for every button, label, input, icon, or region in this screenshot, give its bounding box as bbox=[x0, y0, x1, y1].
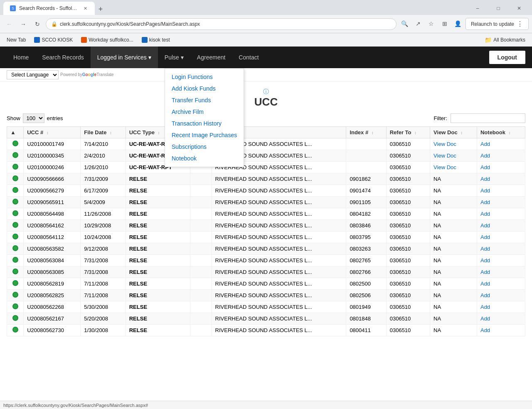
nav-logged-in-services[interactable]: Logged in Services ▾ bbox=[91, 47, 158, 68]
add-link[interactable]: Add bbox=[480, 269, 490, 275]
back-button[interactable]: ← bbox=[3, 18, 15, 30]
tab-close-button[interactable]: ✕ bbox=[83, 5, 88, 12]
view-doc-cell: NA bbox=[430, 301, 477, 313]
add-link[interactable]: Add bbox=[480, 246, 490, 252]
add-link[interactable]: Add bbox=[480, 327, 490, 333]
address-bar[interactable]: 🔒 clerk.suffolkcountyny.gov/Kiosk/Search… bbox=[46, 18, 397, 30]
nav-home[interactable]: Home bbox=[7, 47, 35, 68]
dropdown-transfer-funds[interactable]: Transfer Funds bbox=[165, 94, 244, 106]
dropdown-login-functions[interactable]: Login Functions bbox=[165, 71, 244, 83]
add-link[interactable]: Add bbox=[480, 141, 490, 147]
refer-to: 0306510 bbox=[386, 138, 430, 150]
ucc-type: RELSE bbox=[126, 243, 190, 255]
maximize-button[interactable]: □ bbox=[489, 2, 508, 15]
bookmark-icon[interactable]: ☆ bbox=[426, 18, 437, 30]
relaunch-button[interactable]: Relaunch to update ⋮ bbox=[466, 18, 529, 30]
col-header-index[interactable]: Index # ↕ bbox=[346, 127, 386, 138]
tab-overview-icon[interactable]: ⊞ bbox=[439, 18, 451, 30]
nav-pulse[interactable]: Pulse ▾ bbox=[158, 47, 190, 68]
nav-search-records[interactable]: Search Records bbox=[35, 47, 90, 68]
nav-contact[interactable]: Contact bbox=[232, 47, 265, 68]
col-header-refer[interactable]: Refer To ↕ bbox=[386, 127, 430, 138]
add-link[interactable]: Add bbox=[480, 211, 490, 217]
name-field: RIVERHEAD SOUND ASSOCIATES L... bbox=[212, 232, 346, 243]
share-icon[interactable]: ↗ bbox=[412, 18, 424, 30]
table-wrapper[interactable]: ▲ UCC # ↕ File Date ↕ UCC Type ↕ O ↕ Nam… bbox=[7, 126, 525, 336]
notebook-cell[interactable]: Add bbox=[477, 185, 525, 197]
add-link[interactable]: Add bbox=[480, 281, 490, 287]
notebook-cell[interactable]: Add bbox=[477, 278, 525, 290]
bookmark-workday[interactable]: Workday suffolkco... bbox=[78, 36, 137, 44]
language-select[interactable]: Select Language bbox=[7, 70, 59, 79]
profile-icon[interactable]: 👤 bbox=[452, 18, 464, 30]
view-doc-link[interactable]: View Doc bbox=[433, 164, 456, 170]
notebook-cell[interactable]: Add bbox=[477, 150, 525, 162]
ucc-type: RELSE bbox=[126, 301, 190, 313]
dropdown-subscriptions[interactable]: Subscriptions bbox=[165, 141, 244, 153]
entries-select[interactable]: 100 25 50 bbox=[23, 113, 44, 123]
view-doc-cell[interactable]: View Doc bbox=[430, 150, 477, 162]
nav-agreement[interactable]: Agreement bbox=[190, 47, 232, 68]
col-header-view-doc[interactable]: View Doc ↕ bbox=[430, 127, 477, 138]
add-link[interactable]: Add bbox=[480, 153, 490, 159]
add-link[interactable]: Add bbox=[480, 187, 490, 194]
filter-input[interactable] bbox=[451, 113, 525, 123]
dropdown-notebook[interactable]: Notebook bbox=[165, 153, 244, 164]
file-date: 7/14/2010 bbox=[81, 138, 126, 150]
notebook-cell[interactable]: Add bbox=[477, 325, 525, 336]
col-header-ucc[interactable]: UCC # ↕ bbox=[24, 127, 81, 138]
status-cell bbox=[7, 313, 24, 325]
dropdown-add-kiosk-funds[interactable]: Add Kiosk Funds bbox=[165, 83, 244, 94]
dropdown-transaction-history[interactable]: Transaction History bbox=[165, 118, 244, 129]
notebook-cell[interactable]: Add bbox=[477, 173, 525, 185]
notebook-cell[interactable]: Add bbox=[477, 290, 525, 301]
o-field bbox=[190, 208, 212, 220]
dropdown-recent-image-purchases[interactable]: Recent Image Purchases bbox=[165, 129, 244, 141]
add-link[interactable]: Add bbox=[480, 292, 490, 298]
bookmark-new-tab[interactable]: New Tab bbox=[3, 36, 29, 44]
logout-button[interactable]: Logout bbox=[489, 51, 525, 64]
col-header-sort[interactable]: ▲ bbox=[7, 127, 24, 138]
ucc-number: U20080563085 bbox=[24, 266, 81, 278]
notebook-cell[interactable]: Add bbox=[477, 266, 525, 278]
col-header-file-date[interactable]: File Date ↕ bbox=[81, 127, 126, 138]
status-dot bbox=[12, 303, 18, 309]
view-doc-link[interactable]: View Doc bbox=[433, 153, 456, 159]
add-link[interactable]: Add bbox=[480, 315, 490, 322]
notebook-cell[interactable]: Add bbox=[477, 208, 525, 220]
col-header-notebook[interactable]: Notebook ↕ bbox=[477, 127, 525, 138]
reload-button[interactable]: ↻ bbox=[32, 18, 43, 30]
forward-button[interactable]: → bbox=[17, 18, 29, 30]
add-link[interactable]: Add bbox=[480, 199, 490, 205]
add-link[interactable]: Add bbox=[480, 164, 490, 170]
dropdown-archive-film[interactable]: Archive Film bbox=[165, 106, 244, 118]
new-tab-button[interactable]: + bbox=[95, 3, 106, 15]
browser-tab[interactable]: S Search Records - Suffolk County... ✕ bbox=[3, 2, 95, 15]
notebook-cell[interactable]: Add bbox=[477, 232, 525, 243]
add-link[interactable]: Add bbox=[480, 176, 490, 182]
notebook-cell[interactable]: Add bbox=[477, 301, 525, 313]
view-doc-cell[interactable]: View Doc bbox=[430, 162, 477, 173]
add-link[interactable]: Add bbox=[480, 257, 490, 264]
add-link[interactable]: Add bbox=[480, 234, 490, 240]
bookmark-scco[interactable]: SCCO KIOSK bbox=[31, 36, 76, 44]
notebook-cell[interactable]: Add bbox=[477, 313, 525, 325]
notebook-cell[interactable]: Add bbox=[477, 197, 525, 208]
notebook-cell[interactable]: Add bbox=[477, 220, 525, 232]
search-icon[interactable]: 🔍 bbox=[399, 18, 411, 30]
notebook-cell[interactable]: Add bbox=[477, 243, 525, 255]
view-doc-cell[interactable]: View Doc bbox=[430, 138, 477, 150]
ucc-type: RELSE bbox=[126, 208, 190, 220]
all-bookmarks-button[interactable]: 📁 All Bookmarks bbox=[481, 35, 529, 44]
add-link[interactable]: Add bbox=[480, 304, 490, 310]
add-link[interactable]: Add bbox=[480, 222, 490, 229]
relaunch-label: Relaunch to update bbox=[471, 21, 514, 27]
pulse-label: Pulse bbox=[165, 54, 179, 61]
close-button[interactable]: ✕ bbox=[510, 2, 529, 15]
bookmark-kisok[interactable]: kisok test bbox=[138, 36, 173, 44]
minimize-button[interactable]: – bbox=[468, 2, 487, 15]
notebook-cell[interactable]: Add bbox=[477, 138, 525, 150]
view-doc-link[interactable]: View Doc bbox=[433, 141, 456, 147]
notebook-cell[interactable]: Add bbox=[477, 255, 525, 266]
notebook-cell[interactable]: Add bbox=[477, 162, 525, 173]
